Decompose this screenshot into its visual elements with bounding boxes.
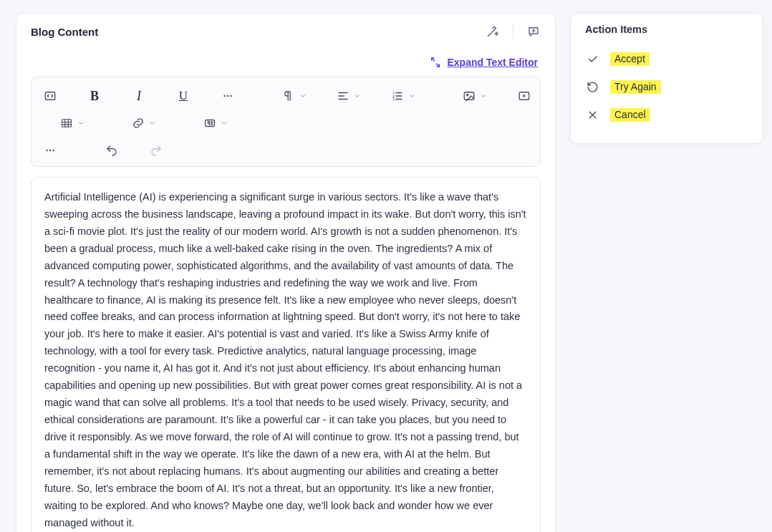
underline-button[interactable]: U (172, 84, 195, 107)
cancel-label: Cancel (610, 108, 650, 122)
blog-content-panel: Blog Content (16, 13, 556, 532)
magic-wand-icon[interactable] (486, 24, 500, 39)
svg-point-3 (230, 95, 231, 97)
check-icon (587, 53, 599, 65)
accept-button[interactable]: Accept (585, 45, 748, 73)
chevron-down-icon (408, 92, 415, 100)
svg-text:3: 3 (392, 97, 395, 101)
editor-text[interactable]: Artificial Intelligence (AI) is experien… (44, 189, 527, 531)
try-again-label: Try Again (610, 80, 661, 94)
action-items-title: Action Items (585, 24, 748, 35)
expand-editor-label: Expand Text Editor (447, 57, 538, 68)
paragraph-format-button[interactable] (278, 84, 311, 107)
more-format-button[interactable] (216, 84, 239, 107)
expand-editor-link[interactable]: Expand Text Editor (430, 57, 538, 68)
code-view-button[interactable] (39, 84, 62, 107)
chevron-down-icon (149, 120, 156, 127)
insert-link-button[interactable] (127, 112, 160, 135)
svg-point-2 (227, 95, 228, 97)
editor-content-area[interactable]: Artificial Intelligence (AI) is experien… (31, 177, 541, 532)
refresh-icon (587, 81, 599, 93)
bold-button[interactable]: B (83, 84, 106, 107)
chevron-down-icon (221, 120, 228, 127)
svg-rect-0 (45, 92, 55, 100)
action-items-panel: Action Items Accept Try Again Cancel (570, 13, 763, 144)
try-again-button[interactable]: Try Again (585, 73, 748, 101)
svg-point-14 (52, 150, 54, 151)
undo-button[interactable] (100, 139, 123, 162)
svg-point-12 (46, 150, 47, 151)
panel-title: Blog Content (31, 26, 98, 38)
separator (513, 24, 513, 39)
align-button[interactable] (332, 84, 365, 107)
list-button[interactable]: 123 (387, 84, 420, 107)
chevron-down-icon (299, 92, 307, 100)
cancel-button[interactable]: Cancel (585, 101, 748, 129)
svg-point-13 (49, 150, 51, 151)
expand-icon (430, 57, 441, 68)
more-tools-button[interactable] (39, 139, 62, 162)
chevron-down-icon (480, 92, 487, 100)
insert-table-button[interactable] (56, 112, 89, 135)
redo-button[interactable] (145, 139, 168, 162)
accept-label: Accept (610, 52, 650, 66)
svg-rect-10 (62, 120, 72, 127)
insert-image-button[interactable] (458, 84, 491, 107)
svg-point-1 (223, 95, 225, 97)
chevron-down-icon (77, 120, 85, 127)
chevron-down-icon (354, 92, 361, 100)
insert-video-button[interactable] (513, 84, 536, 107)
add-comment-icon[interactable] (526, 24, 541, 39)
insert-field-button[interactable] (199, 112, 232, 135)
editor-toolbar: B I U (31, 77, 541, 167)
close-icon (587, 109, 599, 121)
svg-point-8 (467, 94, 468, 95)
italic-button[interactable]: I (127, 84, 150, 107)
svg-rect-11 (206, 120, 215, 127)
